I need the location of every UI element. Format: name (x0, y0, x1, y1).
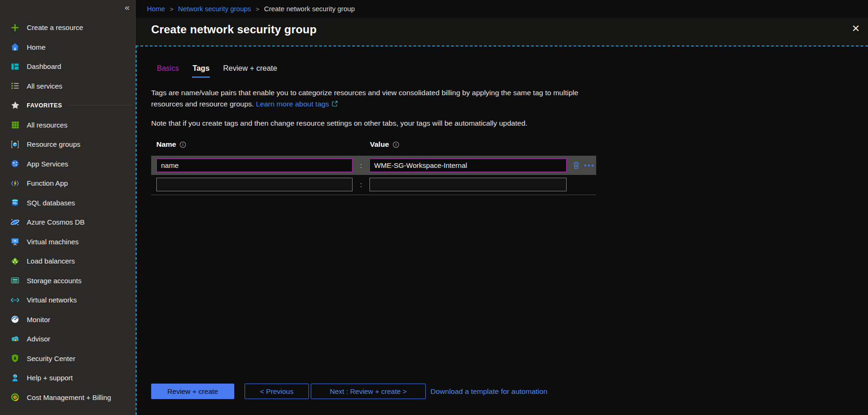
sql-databases-icon: SQL (10, 197, 20, 208)
value-column-header: Value (370, 140, 389, 149)
sidebar-item-label: Azure Cosmos DB (27, 218, 84, 226)
app-services-icon (10, 158, 20, 169)
tags-description-text: Tags are name/value pairs that enable yo… (151, 89, 578, 108)
breadcrumb-current: Create network security group (264, 5, 354, 13)
footer-actions: Review + create < Previous Next : Review… (151, 384, 547, 399)
close-icon[interactable]: ✕ (850, 23, 862, 35)
sidebar-item-cost-management-billing[interactable]: $ Cost Management + Billing (0, 388, 135, 407)
all-services-icon (10, 81, 20, 91)
resource-groups-icon (10, 139, 20, 150)
tags-description: Tags are name/value pairs that enable yo… (151, 87, 598, 110)
tags-note: Note that if you create tags and then ch… (151, 119, 868, 128)
breadcrumb-separator-icon: > (256, 6, 260, 13)
sidebar-item-label: Resource groups (27, 140, 80, 148)
sidebar-item-advisor[interactable]: Advisor (0, 329, 135, 349)
tags-table-headers: Name Value (151, 140, 596, 149)
breadcrumb-separator-icon: > (170, 6, 174, 13)
tag-value-input[interactable] (369, 158, 567, 172)
sidebar-collapse-icon[interactable]: « (124, 3, 130, 12)
sidebar-section-label: FAVORITES (27, 102, 62, 109)
cosmos-db-icon (10, 217, 20, 227)
sidebar-item-monitor[interactable]: Monitor (0, 310, 135, 330)
home-icon (10, 42, 20, 52)
sidebar-item-azure-cosmos-db[interactable]: Azure Cosmos DB (0, 212, 135, 232)
breadcrumb-link-home[interactable]: Home (147, 5, 165, 13)
name-column-header: Name (156, 140, 176, 149)
security-center-icon (10, 353, 20, 363)
sidebar-item-label: Virtual networks (27, 296, 77, 304)
delete-icon[interactable] (570, 160, 582, 171)
tab-review-create[interactable]: Review + create (223, 64, 277, 78)
table-divider (151, 195, 596, 195)
page-title: Create network security group (151, 23, 317, 36)
sidebar-item-help-support[interactable]: Help + support (0, 368, 135, 388)
tab-bar: Basics Tags Review + create (151, 64, 868, 78)
sidebar: « Create a resource Home Dashboard All s… (0, 0, 136, 415)
tag-value-input[interactable] (369, 178, 567, 191)
tag-separator: : (353, 161, 369, 169)
learn-more-link[interactable]: Learn more about tags (256, 100, 329, 108)
sidebar-item-resource-groups[interactable]: Resource groups (0, 135, 135, 154)
all-resources-icon (10, 120, 20, 130)
sidebar-item-label: All resources (27, 121, 68, 129)
sidebar-item-all-services[interactable]: All services (0, 76, 135, 96)
sidebar-item-virtual-machines[interactable]: Virtual machines (0, 232, 135, 252)
tab-basics[interactable]: Basics (156, 64, 179, 78)
sidebar-item-label: Dashboard (27, 62, 61, 70)
sidebar-item-label: Help + support (27, 374, 73, 382)
sidebar-item-label: Home (27, 43, 46, 51)
virtual-machines-icon (10, 236, 20, 247)
sidebar-item-app-services[interactable]: App Services (0, 154, 135, 174)
more-options-icon[interactable]: ••• (583, 160, 596, 171)
svg-text:SQL: SQL (13, 202, 18, 205)
virtual-networks-icon (10, 295, 20, 305)
sidebar-item-load-balancers[interactable]: Load balancers (0, 251, 135, 271)
sidebar-item-label: Function App (27, 179, 68, 187)
sidebar-item-label: App Services (27, 160, 68, 168)
sidebar-item-home[interactable]: Home (0, 38, 135, 57)
storage-accounts-icon (10, 275, 20, 286)
sidebar-item-function-app[interactable]: Function App (0, 174, 135, 193)
info-icon[interactable] (392, 141, 399, 148)
dashboard-icon (10, 61, 20, 72)
sidebar-item-label: Security Center (27, 355, 75, 362)
sidebar-item-sql-databases[interactable]: SQL SQL databases (0, 193, 135, 213)
download-template-link[interactable]: Download a template for automation (430, 387, 547, 396)
review-create-button[interactable]: Review + create (151, 384, 234, 399)
sidebar-item-label: Create a resource (27, 23, 83, 31)
sidebar-nav: Create a resource Home Dashboard All ser… (0, 18, 135, 407)
sidebar-item-label: Monitor (27, 316, 50, 324)
external-link-icon (331, 99, 338, 110)
monitor-icon (10, 314, 20, 324)
sidebar-item-storage-accounts[interactable]: Storage accounts (0, 271, 135, 291)
breadcrumb: Home > Network security groups > Create … (136, 0, 868, 18)
load-balancers-icon (10, 256, 20, 266)
sidebar-item-create-a-resource[interactable]: Create a resource (0, 18, 135, 38)
tab-panel: Basics Tags Review + create Tags are nam… (136, 45, 868, 415)
breadcrumb-link-network-security-groups[interactable]: Network security groups (178, 5, 251, 13)
sidebar-item-label: All services (27, 82, 62, 90)
sidebar-item-label: Cost Management + Billing (27, 393, 111, 401)
sidebar-item-virtual-networks[interactable]: Virtual networks (0, 290, 135, 310)
tag-row: : (151, 175, 596, 194)
sidebar-section-favorites: FAVORITES (0, 96, 135, 115)
tag-row: : ••• (151, 156, 596, 175)
title-bar: Create network security group ✕ (136, 18, 868, 45)
previous-button[interactable]: < Previous (245, 384, 309, 399)
sidebar-item-security-center[interactable]: Security Center (0, 349, 135, 369)
tag-name-input[interactable] (156, 178, 353, 191)
sidebar-item-all-resources[interactable]: All resources (0, 115, 135, 135)
cost-management-icon: $ (10, 392, 20, 402)
sidebar-item-dashboard[interactable]: Dashboard (0, 57, 135, 76)
advisor-icon (10, 334, 20, 344)
tag-separator: : (353, 181, 369, 189)
sidebar-item-label: Storage accounts (27, 277, 82, 285)
info-icon[interactable] (179, 141, 186, 148)
sidebar-item-label: Advisor (27, 335, 50, 343)
tag-name-input[interactable] (156, 158, 353, 172)
main-area: Home > Network security groups > Create … (136, 0, 868, 415)
tab-tags[interactable]: Tags (192, 64, 210, 78)
sidebar-item-label: Virtual machines (27, 238, 79, 246)
star-icon (10, 100, 20, 111)
next-button[interactable]: Next : Review + create > (311, 384, 426, 399)
